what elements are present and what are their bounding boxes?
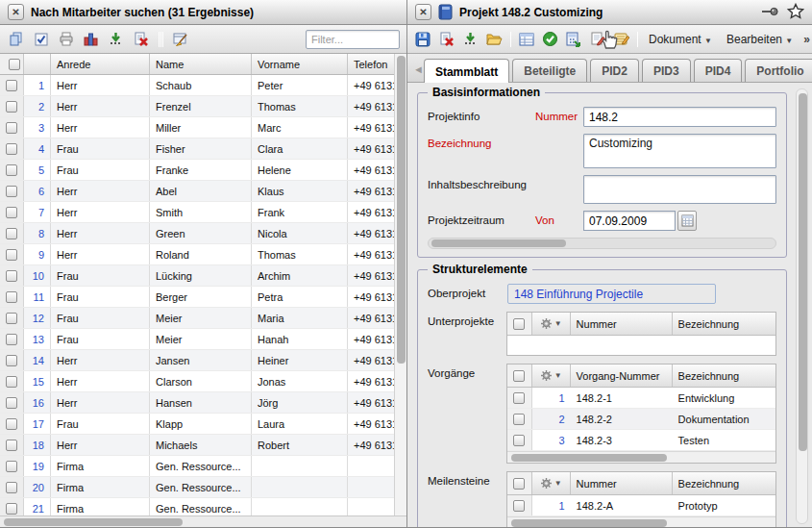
- table-row[interactable]: 8 Herr Green Nicola +49 6131 6: [0, 223, 406, 244]
- right-vertical-scrollbar[interactable]: [796, 88, 808, 524]
- cell-anrede[interactable]: Herr: [51, 350, 150, 370]
- table-row[interactable]: 14 Herr Jansen Heiner +49 6131 6: [0, 350, 406, 371]
- print-icon[interactable]: [57, 30, 75, 48]
- meilensteine-horizontal-scrollbar[interactable]: [507, 516, 775, 527]
- cell-nummer[interactable]: 148.2-A: [571, 495, 673, 515]
- select-all-checkbox[interactable]: [507, 313, 532, 335]
- table-row[interactable]: 12 Frau Meier Maria +49 6131 6: [0, 308, 406, 329]
- cell-anrede[interactable]: Frau: [51, 138, 150, 159]
- row-number[interactable]: 1: [532, 388, 571, 408]
- bezeichnung-textarea[interactable]: Customizing: [583, 134, 776, 168]
- table-row[interactable]: 10 Frau Lücking Archim +49 6131 6: [0, 265, 406, 287]
- row-number-column-header[interactable]: [24, 54, 51, 74]
- column-header-vorname[interactable]: Vorname: [252, 54, 348, 74]
- row-checkbox[interactable]: [0, 392, 24, 413]
- select-all-checkbox[interactable]: [507, 365, 532, 387]
- table-row[interactable]: 6 Herr Abel Klaus +49 6131 6: [0, 181, 406, 202]
- menu-dokument[interactable]: Dokument ▼: [645, 31, 716, 48]
- cell-vorname[interactable]: Maria: [252, 308, 348, 328]
- cell-name[interactable]: Fisher: [150, 138, 252, 159]
- table-row[interactable]: 3 148.2-3 Testen: [507, 430, 775, 451]
- table-row[interactable]: 13 Frau Meier Hanah +49 6131 6: [0, 329, 406, 350]
- cell-vorname[interactable]: Thomas: [252, 96, 348, 116]
- form-icon[interactable]: [518, 30, 535, 48]
- cell-name[interactable]: Michaels: [150, 435, 252, 455]
- menu-bearbeiten[interactable]: Bearbeiten ▼: [723, 31, 797, 48]
- close-icon[interactable]: ✕: [415, 4, 431, 20]
- table-row[interactable]: 21 Firma Gen. Ressource...: [0, 498, 406, 515]
- check-circle-icon[interactable]: [542, 30, 558, 48]
- cell-anrede[interactable]: Herr: [51, 392, 150, 413]
- table-row[interactable]: 3 Herr Miller Marc +49 6131 6: [0, 117, 406, 138]
- cell-name[interactable]: Schaub: [150, 75, 252, 95]
- table-row[interactable]: 19 Firma Gen. Ressource...: [0, 456, 406, 477]
- row-checkbox[interactable]: [0, 244, 24, 264]
- row-checkbox[interactable]: [0, 75, 24, 95]
- row-number[interactable]: 9: [24, 244, 51, 264]
- cell-vorname[interactable]: [252, 477, 348, 497]
- cell-vorname[interactable]: Laura: [252, 414, 348, 434]
- cell-anrede[interactable]: Frau: [51, 414, 150, 434]
- cell-anrede[interactable]: Frau: [51, 265, 150, 286]
- favorite-star-icon[interactable]: [787, 3, 804, 21]
- row-number[interactable]: 15: [24, 371, 51, 391]
- cell-vorname[interactable]: Jörg: [252, 392, 348, 413]
- notes-icon[interactable]: [613, 30, 630, 48]
- save-icon[interactable]: [414, 30, 431, 48]
- row-number[interactable]: 21: [24, 498, 51, 515]
- delete-document-icon[interactable]: [438, 30, 455, 48]
- row-checkbox[interactable]: [0, 456, 24, 476]
- cell-name[interactable]: Gen. Ressource...: [150, 477, 252, 497]
- row-number[interactable]: 17: [24, 414, 51, 434]
- row-checkbox[interactable]: [507, 495, 532, 515]
- cell-vorname[interactable]: Thomas: [252, 244, 348, 264]
- cell-name[interactable]: Meier: [150, 329, 252, 349]
- cell-name[interactable]: Frenzel: [150, 96, 252, 116]
- cell-vorname[interactable]: Helene: [252, 160, 348, 180]
- column-header-anrede[interactable]: Anrede: [51, 54, 150, 74]
- cell-anrede[interactable]: Frau: [51, 287, 150, 307]
- copy-icon[interactable]: [7, 30, 25, 48]
- row-number[interactable]: 12: [24, 308, 51, 328]
- table-row[interactable]: 2 148.2-2 Dokumentation: [507, 409, 775, 430]
- row-number[interactable]: 5: [24, 160, 51, 180]
- delete-document-icon[interactable]: [132, 30, 150, 48]
- row-checkbox[interactable]: [0, 202, 24, 222]
- row-checkbox[interactable]: [507, 409, 532, 429]
- cell-vorname[interactable]: Klaus: [252, 181, 348, 201]
- table-row[interactable]: 20 Firma Gen. Ressource...: [0, 477, 406, 498]
- table-row[interactable]: 18 Herr Michaels Robert +49 6131 6: [0, 435, 406, 456]
- export-download-icon[interactable]: [107, 30, 125, 48]
- table-row[interactable]: 1 148.2-1 Entwicklung: [507, 388, 775, 409]
- cell-name[interactable]: Roland: [150, 244, 252, 264]
- cell-vorname[interactable]: Marc: [252, 117, 348, 138]
- cell-bezeichnung[interactable]: Dokumentation: [673, 409, 776, 429]
- cell-vorname[interactable]: Archim: [252, 265, 348, 286]
- cell-name[interactable]: Lücking: [150, 265, 252, 286]
- cell-name[interactable]: Jansen: [150, 350, 252, 370]
- cell-vorname[interactable]: Heiner: [252, 350, 348, 370]
- row-checkbox[interactable]: [0, 477, 24, 497]
- cell-bezeichnung[interactable]: Entwicklung: [673, 388, 776, 408]
- cell-vorgang-nummer[interactable]: 148.2-2: [571, 409, 673, 429]
- row-number[interactable]: 2: [24, 96, 51, 116]
- row-checkbox[interactable]: [0, 371, 24, 391]
- column-header-bezeichnung[interactable]: Bezeichnung: [673, 472, 776, 494]
- row-checkbox[interactable]: [0, 265, 24, 286]
- calculator-icon[interactable]: [565, 30, 582, 48]
- cell-vorname[interactable]: Robert: [252, 435, 348, 455]
- tab[interactable]: Beteiligte: [512, 59, 587, 82]
- cell-name[interactable]: Abel: [150, 181, 252, 201]
- left-vertical-scrollbar[interactable]: [394, 54, 406, 515]
- row-number[interactable]: 7: [24, 202, 51, 222]
- inhaltsbeschreibung-textarea[interactable]: [583, 175, 776, 204]
- edit-document-icon[interactable]: [589, 30, 606, 48]
- cell-name[interactable]: Franke: [150, 160, 252, 180]
- close-icon[interactable]: ✕: [8, 4, 24, 20]
- cell-vorname[interactable]: Hanah: [252, 329, 348, 349]
- export-download-icon[interactable]: [462, 30, 479, 48]
- table-row[interactable]: 17 Frau Klapp Laura +49 6131 6: [0, 414, 406, 435]
- cell-anrede[interactable]: Herr: [51, 75, 150, 95]
- cell-name[interactable]: Hansen: [150, 392, 252, 413]
- cell-anrede[interactable]: Frau: [51, 308, 150, 328]
